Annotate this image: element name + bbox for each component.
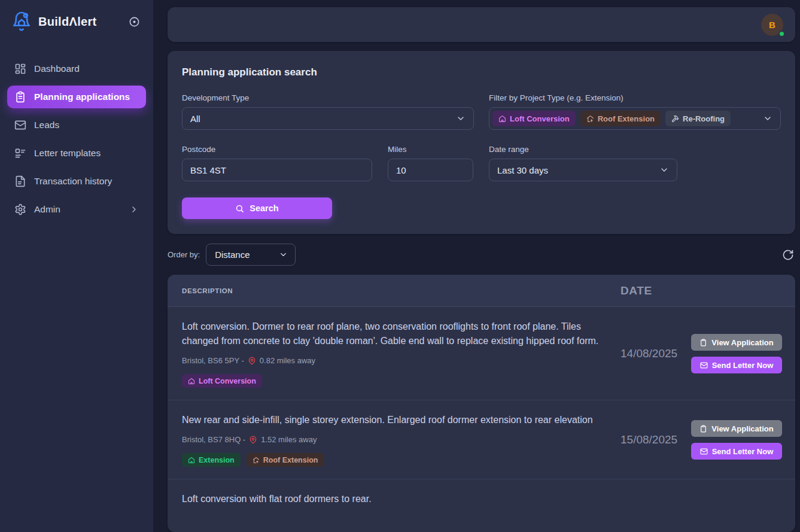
project-type-multiselect[interactable]: Loft Conversion Roof Extension Re-Roofin… <box>489 107 781 130</box>
miles-field-wrap: Miles <box>388 145 473 181</box>
table-row: Loft conversion with flat roof dormers t… <box>168 479 795 526</box>
view-application-button[interactable]: View Application <box>691 334 782 351</box>
sidebar-item-planning-applications[interactable]: Planning applications <box>7 86 146 108</box>
column-date: DATE <box>620 284 677 297</box>
map-pin-icon <box>249 436 257 444</box>
layout-list-icon <box>14 147 26 159</box>
date-range-label: Date range <box>489 145 677 154</box>
home-icon <box>188 378 195 385</box>
home-icon <box>498 115 506 123</box>
filter-tag-re-roofing[interactable]: Re-Roofing <box>665 111 731 126</box>
view-application-button[interactable]: View Application <box>691 420 782 437</box>
date-range-value: Last 30 days <box>497 165 548 175</box>
home-icon <box>188 457 195 464</box>
postcode-field-wrap: Postcode <box>182 145 372 181</box>
page-title: Planning application search <box>182 66 781 78</box>
sidebar-item-label: Admin <box>34 204 60 215</box>
map-pin-icon <box>248 357 256 365</box>
gear-icon <box>14 203 26 215</box>
online-status-dot <box>778 31 785 37</box>
application-distance: 1.52 miles away <box>261 435 317 444</box>
app-title: BuildΛlert <box>38 15 121 29</box>
sidebar-item-label: Planning applications <box>34 92 130 102</box>
date-range-select[interactable]: Last 30 days <box>489 159 677 181</box>
postcode-label: Postcode <box>182 145 372 154</box>
chevron-down-icon <box>456 114 466 123</box>
sidebar-nav: Dashboard Planning applications Leads <box>7 57 146 221</box>
refresh-icon[interactable] <box>781 248 795 262</box>
project-type-field: Filter by Project Type (e.g. Extension) … <box>489 93 781 130</box>
order-by-value: Distance <box>215 250 250 260</box>
table-header: DESCRIPTION DATE <box>168 275 795 307</box>
table-row: New rear and side-infill, single storey … <box>168 400 795 479</box>
sidebar-item-dashboard[interactable]: Dashboard <box>7 57 146 80</box>
filter-tag-roof-extension[interactable]: Roof Extension <box>580 111 661 126</box>
planning-search-card: Planning application search Development … <box>168 51 795 234</box>
mail-icon <box>14 119 26 131</box>
sidebar-item-letter-templates[interactable]: Letter templates <box>7 142 146 165</box>
buildalert-bell-logo-icon <box>11 11 32 32</box>
application-description: Loft conversion. Dormer to rear roof pla… <box>182 320 601 348</box>
chevron-right-icon <box>129 205 139 214</box>
tag-roof-extension: Roof Extension <box>247 453 324 467</box>
application-distance: 0.82 miles away <box>260 356 315 365</box>
home-up-icon <box>253 457 260 464</box>
sidebar-collapse-icon[interactable] <box>127 15 141 29</box>
results-table: DESCRIPTION DATE Loft conversion. Dormer… <box>168 275 795 532</box>
sidebar-item-label: Transaction history <box>34 176 112 187</box>
development-type-select[interactable]: All <box>182 107 474 130</box>
sidebar-item-label: Dashboard <box>34 63 80 74</box>
clipboard-icon <box>14 91 26 103</box>
application-location: Bristol, BS7 8HQ - 1.52 miles away <box>182 435 606 444</box>
search-icon <box>235 204 244 213</box>
dashboard-icon <box>14 63 26 75</box>
logo: BuildΛlert <box>7 10 146 32</box>
sidebar-item-label: Leads <box>34 120 59 130</box>
chevron-down-icon <box>279 250 288 259</box>
send-letter-button[interactable]: Send Letter Now <box>691 357 782 373</box>
top-bar: B <box>168 7 795 42</box>
filter-tag-loft-conversion[interactable]: Loft Conversion <box>492 111 576 126</box>
clipboard-icon <box>699 339 707 346</box>
development-type-label: Development Type <box>182 93 474 102</box>
chevron-down-icon <box>659 165 669 175</box>
miles-input[interactable] <box>388 159 473 181</box>
order-by-label: Order by: <box>168 250 200 259</box>
search-button[interactable]: Search <box>182 197 332 219</box>
column-description: DESCRIPTION <box>182 287 606 294</box>
sidebar: BuildΛlert Dashboard <box>0 0 153 532</box>
application-description: Loft conversion with flat roof dormers t… <box>182 492 601 506</box>
application-description: New rear and side-infill, single storey … <box>182 413 601 427</box>
postcode-input[interactable] <box>182 159 372 181</box>
chevron-down-icon <box>763 114 772 123</box>
hammer-icon <box>671 115 679 123</box>
file-icon <box>14 175 26 187</box>
project-type-label: Filter by Project Type (e.g. Extension) <box>489 93 781 102</box>
development-type-value: All <box>190 114 200 124</box>
tag-loft-conversion: Loft Conversion <box>182 374 262 388</box>
mail-icon <box>700 448 708 455</box>
development-type-field: Development Type All <box>182 93 474 130</box>
sidebar-item-leads[interactable]: Leads <box>7 114 146 136</box>
tag-extension: Extension <box>182 453 241 467</box>
miles-label: Miles <box>388 145 473 154</box>
sidebar-item-admin[interactable]: Admin <box>7 198 146 221</box>
application-location: Bristol, BS6 5PY - 0.82 miles away <box>182 356 606 365</box>
application-date <box>620 492 677 514</box>
table-row: Loft conversion. Dormer to rear roof pla… <box>168 307 795 400</box>
clipboard-icon <box>699 425 707 433</box>
home-up-icon <box>586 115 594 123</box>
results-toolbar: Order by: Distance <box>168 244 795 266</box>
main-content: B Planning application search Developmen… <box>153 0 800 532</box>
mail-icon <box>700 361 708 369</box>
sidebar-item-label: Letter templates <box>34 148 101 159</box>
send-letter-button[interactable]: Send Letter Now <box>691 443 782 460</box>
sidebar-item-transaction-history[interactable]: Transaction history <box>7 170 146 193</box>
order-by-select[interactable]: Distance <box>206 244 296 266</box>
application-date: 15/08/2025 <box>620 413 677 467</box>
application-date: 14/08/2025 <box>620 320 677 388</box>
date-range-field: Date range Last 30 days <box>489 145 677 181</box>
user-avatar[interactable]: B <box>761 14 783 36</box>
